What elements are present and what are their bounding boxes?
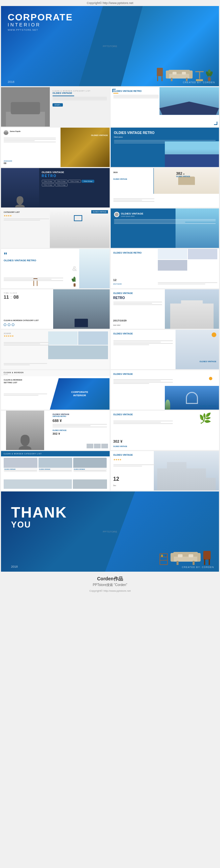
slide-10b-vintage-label: OLDIES VINTAGE [113,445,128,447]
slide-10a-mini-2 [94,444,101,448]
slide-11a-card-3-img [73,458,107,468]
slide-4a-tag-1: Oldies Vintage [42,180,55,183]
slide-4a-title: OLDIES VINTAGE [42,171,107,174]
slide-5a-stars: ★★★★ [4,215,49,217]
slide-8b-lines [113,340,173,346]
slide-row-11: CLEAN & MORDEN CATEGORY LIST OLDIES VINT… [0,451,220,491]
slide-11b-day: Dec [113,485,116,487]
slide-11a-card-3-body: OLDIES VINTAGE [73,468,107,472]
slide-8b-title: OLDIES VINTAGE [113,333,133,335]
slide-7b-vintage: OLDIES VINTAGE [113,292,133,294]
slide-11a-card-2-img [38,458,72,468]
footer-author: Corden作品 [3,576,217,582]
slide-5b-lines [114,219,216,224]
plant-icon [206,69,212,81]
slide-7a-icon-2 [8,323,10,326]
slide-row-9: CLEAN & MORDEN Interior CLEAN & MORDEN S… [0,370,220,410]
slide-8a-bimg-1 [48,332,78,345]
footer-copyright: Copyright© http://www.pptstore.net [3,589,217,592]
slide-10a: VINTAGE RETRO OLDIES VINTAGE VINTAGE RET… [1,411,110,450]
slide-6a-title: OLDIES VINTAGE RETRO [4,259,36,262]
ty-year: 2018 [11,565,18,568]
ty-thank: THANK [11,505,67,520]
slide-11b-vintage: OLDIES VINTAGE [113,454,133,456]
slide-2b-house-img [160,87,219,115]
slide-11a-card-2-text [39,470,72,471]
slide-10a-right: OLDIES VINTAGE VINTAGE RETRO 688 ¥ OLDIE… [50,411,109,438]
slide-7a-laptop-img [53,289,110,329]
slide-2a-img [1,87,50,127]
ty-chair-icon [203,551,211,565]
slide-9a-main-text: CLEAN & MORDEN SETTING LIST [4,378,22,384]
slide-5b-content: OLDIES VINTAGE Lorem ipsum dolor [111,209,219,248]
slide-6a-right-img [79,249,110,288]
slide-11a-card-1: OLDIES VINTAGE [4,458,37,472]
slide-11a-card-1-img [4,458,37,468]
slide-11a-card-1-text [4,470,37,471]
slide-4a-tags: Oldies Vintage Oldies Vintage Oldies Vin… [42,180,107,186]
slide-11a-card-3-text [74,470,106,471]
slide-8a-stars: ★★★★★ [4,335,14,337]
slide-3a-avatar [4,130,8,135]
slide-thankyou: THANK YOU [1,492,219,572]
slide-4a-retro: RETRO [42,174,107,178]
slide-9b-flower [165,400,170,410]
slide-row-8: 2018/08 ★★★★★ OLDIES VINTAGE [0,330,220,369]
slide-6a-quote: " [4,252,7,259]
slide-7a-time-section: TIME CLOCK 11 : 08 [4,292,19,300]
slide-5b-sub: Lorem ipsum dolor [121,215,143,217]
slide-6b: OLDIES VINTAGE RETRO 12 2017/10/29 [111,249,219,288]
slide-7a-icon-3 [12,323,15,326]
slide-1-container: CORPORATE INTERIOR WWW.PPTSTORE.NET [0,6,220,86]
slide-row-4: OLDIES VINTAGE RETRO Oldies Vintage Oldi… [0,168,220,208]
footer-sub: PPTstore搜索 "Corden" [3,583,217,587]
slide-8a-date: 2018/08 [4,333,11,335]
slide-10a-mini-3 [101,444,108,448]
slide-5b: OLDIES VINTAGE Lorem ipsum dolor [111,209,219,248]
ty-sofa-icon [170,548,201,565]
slide-11b-lines [113,464,155,467]
top-copyright: Copyright© http://www.pptstore.net [0,0,220,6]
slide-10a-vintage-label: OLDIES VINTAGE [53,429,107,431]
slide-5a-box-highlight [74,215,82,221]
slide-1-hero: CORPORATE INTERIOR WWW.PPTSTORE.NET [1,6,219,86]
slide-11a-card-3-title: OLDIES VINTAGE [74,468,106,470]
slide-9a-header: CLEAN & MORDEN Interior [1,370,110,376]
slide-3a-date-num: 08 [4,162,6,164]
slide-row-5: CATEGORY LIST ★★★★ OLDIES VINTAGE OLDIES… [0,209,220,248]
slide-10a-mini-imgs [87,444,108,448]
slide-9b: OLDIES VINTAGE OLDIES VINTAGE [111,370,219,410]
slide-6a-text-lines [4,277,63,282]
ty-text: THANK YOU [11,505,67,530]
slide-11a-card-2-title: OLDIES VINTAGE [39,468,72,470]
slide-4a-tag-4: Oldies Vintage [82,180,94,183]
slide-7a-category: CLEAN & MORDEN CATEGORY LIST [4,319,53,322]
slide-4b-bed-icon [178,177,195,185]
slide-4a-tag-2: Oldies Vintage [55,180,68,183]
slide-9a-logo: CLEAN & MORDEN [4,372,24,374]
slide-8b-orange-dot [212,333,216,337]
hero-year: 2018 [8,80,15,84]
hero-created-by: CREATED BY: CORDEN [183,81,215,84]
slide-3b-img [165,141,219,167]
slide-6b-img-grid [158,249,217,271]
slide-10b: OLDIES VINTAGE 302 ¥ OLDIES VINTAGE [111,411,219,450]
hero-website: WWW.PPTSTORE.NET [8,29,73,31]
slide-3b-title: OLDIES VINTAGE RETRO [114,131,216,135]
slide-2a-btn[interactable]: START › [53,103,63,106]
slide-10b-lines [113,420,173,425]
slide-10a-price: 688 ¥ [53,418,107,423]
slide-4b-text [113,198,155,203]
slide-3a-vintage-overlay: OLDIES VINTAGE [91,134,108,136]
slide-10a-price2: 302 ¥ [53,432,107,435]
slide-6a-ampersand: & [72,265,77,273]
slide-8a-bimg-3 [48,345,108,359]
slide-8b-vintage-label: OLDIES VINTAGE [200,361,216,363]
slide-row-10: VINTAGE RETRO OLDIES VINTAGE VINTAGE RET… [0,411,220,450]
slide-2b-content: OLDIES VINTAGE RETRO [113,90,159,99]
slide-5a-vintage-label: OLDIES VINTAGE [91,210,108,214]
slide-2b-accent [113,93,118,94]
slide-10a-retro: VINTAGE RETRO [53,415,107,417]
slide-2a: CLEAN & MORDEN CATEGORY LIST OLDIES VINT… [1,87,110,127]
slide-11b-stars: ★★★★ [113,458,121,461]
